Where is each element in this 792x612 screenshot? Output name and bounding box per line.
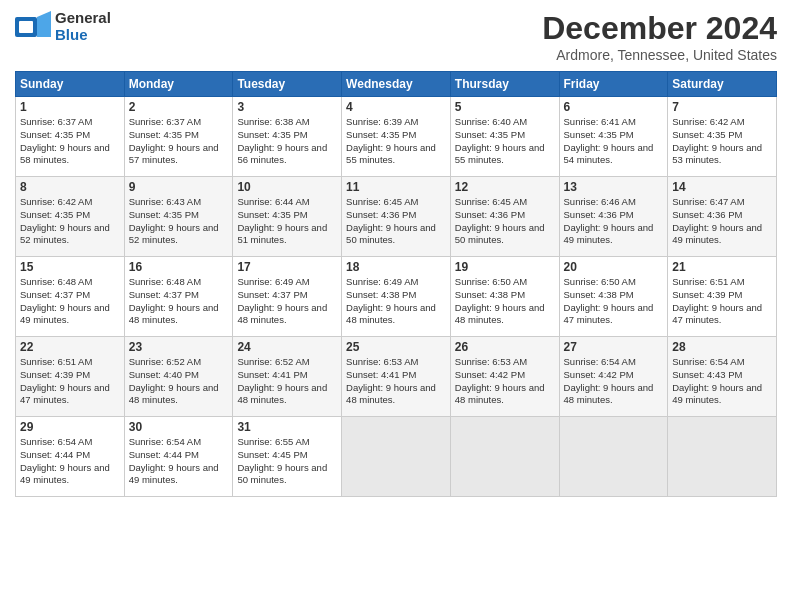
calendar-cell: 31 Sunrise: 6:55 AMSunset: 4:45 PMDaylig… xyxy=(233,417,342,497)
day-number: 11 xyxy=(346,180,446,194)
day-number: 6 xyxy=(564,100,664,114)
calendar-cell: 14 Sunrise: 6:47 AMSunset: 4:36 PMDaylig… xyxy=(668,177,777,257)
cell-info: Sunrise: 6:41 AMSunset: 4:35 PMDaylight:… xyxy=(564,116,654,165)
calendar-cell: 29 Sunrise: 6:54 AMSunset: 4:44 PMDaylig… xyxy=(16,417,125,497)
day-number: 29 xyxy=(20,420,120,434)
calendar-cell: 4 Sunrise: 6:39 AMSunset: 4:35 PMDayligh… xyxy=(342,97,451,177)
day-number: 8 xyxy=(20,180,120,194)
cell-info: Sunrise: 6:40 AMSunset: 4:35 PMDaylight:… xyxy=(455,116,545,165)
day-number: 10 xyxy=(237,180,337,194)
logo-general: General xyxy=(55,10,111,27)
day-number: 20 xyxy=(564,260,664,274)
calendar-cell: 26 Sunrise: 6:53 AMSunset: 4:42 PMDaylig… xyxy=(450,337,559,417)
calendar-cell: 22 Sunrise: 6:51 AMSunset: 4:39 PMDaylig… xyxy=(16,337,125,417)
day-number: 19 xyxy=(455,260,555,274)
cell-info: Sunrise: 6:52 AMSunset: 4:41 PMDaylight:… xyxy=(237,356,327,405)
cell-info: Sunrise: 6:54 AMSunset: 4:42 PMDaylight:… xyxy=(564,356,654,405)
cell-info: Sunrise: 6:44 AMSunset: 4:35 PMDaylight:… xyxy=(237,196,327,245)
col-sunday: Sunday xyxy=(16,72,125,97)
cell-info: Sunrise: 6:55 AMSunset: 4:45 PMDaylight:… xyxy=(237,436,327,485)
day-number: 16 xyxy=(129,260,229,274)
calendar-cell xyxy=(668,417,777,497)
col-wednesday: Wednesday xyxy=(342,72,451,97)
cell-info: Sunrise: 6:38 AMSunset: 4:35 PMDaylight:… xyxy=(237,116,327,165)
cell-info: Sunrise: 6:52 AMSunset: 4:40 PMDaylight:… xyxy=(129,356,219,405)
calendar-cell: 15 Sunrise: 6:48 AMSunset: 4:37 PMDaylig… xyxy=(16,257,125,337)
calendar-cell: 7 Sunrise: 6:42 AMSunset: 4:35 PMDayligh… xyxy=(668,97,777,177)
cell-info: Sunrise: 6:53 AMSunset: 4:41 PMDaylight:… xyxy=(346,356,436,405)
calendar-cell: 25 Sunrise: 6:53 AMSunset: 4:41 PMDaylig… xyxy=(342,337,451,417)
cell-info: Sunrise: 6:51 AMSunset: 4:39 PMDaylight:… xyxy=(20,356,110,405)
header-row: Sunday Monday Tuesday Wednesday Thursday… xyxy=(16,72,777,97)
cell-info: Sunrise: 6:51 AMSunset: 4:39 PMDaylight:… xyxy=(672,276,762,325)
calendar-cell: 24 Sunrise: 6:52 AMSunset: 4:41 PMDaylig… xyxy=(233,337,342,417)
cell-info: Sunrise: 6:37 AMSunset: 4:35 PMDaylight:… xyxy=(20,116,110,165)
day-number: 24 xyxy=(237,340,337,354)
calendar-cell: 19 Sunrise: 6:50 AMSunset: 4:38 PMDaylig… xyxy=(450,257,559,337)
day-number: 27 xyxy=(564,340,664,354)
calendar-cell: 5 Sunrise: 6:40 AMSunset: 4:35 PMDayligh… xyxy=(450,97,559,177)
day-number: 5 xyxy=(455,100,555,114)
col-friday: Friday xyxy=(559,72,668,97)
day-number: 2 xyxy=(129,100,229,114)
day-number: 3 xyxy=(237,100,337,114)
cell-info: Sunrise: 6:42 AMSunset: 4:35 PMDaylight:… xyxy=(672,116,762,165)
calendar-table: Sunday Monday Tuesday Wednesday Thursday… xyxy=(15,71,777,497)
calendar-cell: 17 Sunrise: 6:49 AMSunset: 4:37 PMDaylig… xyxy=(233,257,342,337)
day-number: 13 xyxy=(564,180,664,194)
calendar-cell: 9 Sunrise: 6:43 AMSunset: 4:35 PMDayligh… xyxy=(124,177,233,257)
cell-info: Sunrise: 6:46 AMSunset: 4:36 PMDaylight:… xyxy=(564,196,654,245)
calendar-cell: 16 Sunrise: 6:48 AMSunset: 4:37 PMDaylig… xyxy=(124,257,233,337)
svg-rect-1 xyxy=(19,21,33,33)
cell-info: Sunrise: 6:54 AMSunset: 4:44 PMDaylight:… xyxy=(129,436,219,485)
cell-info: Sunrise: 6:47 AMSunset: 4:36 PMDaylight:… xyxy=(672,196,762,245)
col-saturday: Saturday xyxy=(668,72,777,97)
calendar-cell: 23 Sunrise: 6:52 AMSunset: 4:40 PMDaylig… xyxy=(124,337,233,417)
cell-info: Sunrise: 6:42 AMSunset: 4:35 PMDaylight:… xyxy=(20,196,110,245)
day-number: 4 xyxy=(346,100,446,114)
cell-info: Sunrise: 6:45 AMSunset: 4:36 PMDaylight:… xyxy=(346,196,436,245)
calendar-week-row: 1 Sunrise: 6:37 AMSunset: 4:35 PMDayligh… xyxy=(16,97,777,177)
calendar-week-row: 8 Sunrise: 6:42 AMSunset: 4:35 PMDayligh… xyxy=(16,177,777,257)
calendar-cell: 18 Sunrise: 6:49 AMSunset: 4:38 PMDaylig… xyxy=(342,257,451,337)
cell-info: Sunrise: 6:50 AMSunset: 4:38 PMDaylight:… xyxy=(564,276,654,325)
cell-info: Sunrise: 6:45 AMSunset: 4:36 PMDaylight:… xyxy=(455,196,545,245)
calendar-cell: 2 Sunrise: 6:37 AMSunset: 4:35 PMDayligh… xyxy=(124,97,233,177)
calendar-body: 1 Sunrise: 6:37 AMSunset: 4:35 PMDayligh… xyxy=(16,97,777,497)
day-number: 14 xyxy=(672,180,772,194)
calendar-cell: 1 Sunrise: 6:37 AMSunset: 4:35 PMDayligh… xyxy=(16,97,125,177)
col-monday: Monday xyxy=(124,72,233,97)
calendar-cell: 21 Sunrise: 6:51 AMSunset: 4:39 PMDaylig… xyxy=(668,257,777,337)
day-number: 17 xyxy=(237,260,337,274)
calendar-cell xyxy=(559,417,668,497)
day-number: 30 xyxy=(129,420,229,434)
location: Ardmore, Tennessee, United States xyxy=(542,47,777,63)
cell-info: Sunrise: 6:54 AMSunset: 4:43 PMDaylight:… xyxy=(672,356,762,405)
calendar-cell: 8 Sunrise: 6:42 AMSunset: 4:35 PMDayligh… xyxy=(16,177,125,257)
col-thursday: Thursday xyxy=(450,72,559,97)
calendar-cell xyxy=(342,417,451,497)
logo: General Blue xyxy=(15,10,111,43)
title-area: December 2024 Ardmore, Tennessee, United… xyxy=(542,10,777,63)
cell-info: Sunrise: 6:48 AMSunset: 4:37 PMDaylight:… xyxy=(129,276,219,325)
day-number: 18 xyxy=(346,260,446,274)
calendar-cell xyxy=(450,417,559,497)
cell-info: Sunrise: 6:43 AMSunset: 4:35 PMDaylight:… xyxy=(129,196,219,245)
cell-info: Sunrise: 6:37 AMSunset: 4:35 PMDaylight:… xyxy=(129,116,219,165)
cell-info: Sunrise: 6:50 AMSunset: 4:38 PMDaylight:… xyxy=(455,276,545,325)
cell-info: Sunrise: 6:49 AMSunset: 4:38 PMDaylight:… xyxy=(346,276,436,325)
main-container: General Blue December 2024 Ardmore, Tenn… xyxy=(0,0,792,507)
calendar-cell: 13 Sunrise: 6:46 AMSunset: 4:36 PMDaylig… xyxy=(559,177,668,257)
day-number: 7 xyxy=(672,100,772,114)
day-number: 23 xyxy=(129,340,229,354)
day-number: 15 xyxy=(20,260,120,274)
calendar-week-row: 29 Sunrise: 6:54 AMSunset: 4:44 PMDaylig… xyxy=(16,417,777,497)
logo-blue: Blue xyxy=(55,27,111,44)
day-number: 25 xyxy=(346,340,446,354)
header: General Blue December 2024 Ardmore, Tenn… xyxy=(15,10,777,63)
calendar-cell: 3 Sunrise: 6:38 AMSunset: 4:35 PMDayligh… xyxy=(233,97,342,177)
day-number: 9 xyxy=(129,180,229,194)
calendar-cell: 30 Sunrise: 6:54 AMSunset: 4:44 PMDaylig… xyxy=(124,417,233,497)
cell-info: Sunrise: 6:48 AMSunset: 4:37 PMDaylight:… xyxy=(20,276,110,325)
day-number: 31 xyxy=(237,420,337,434)
